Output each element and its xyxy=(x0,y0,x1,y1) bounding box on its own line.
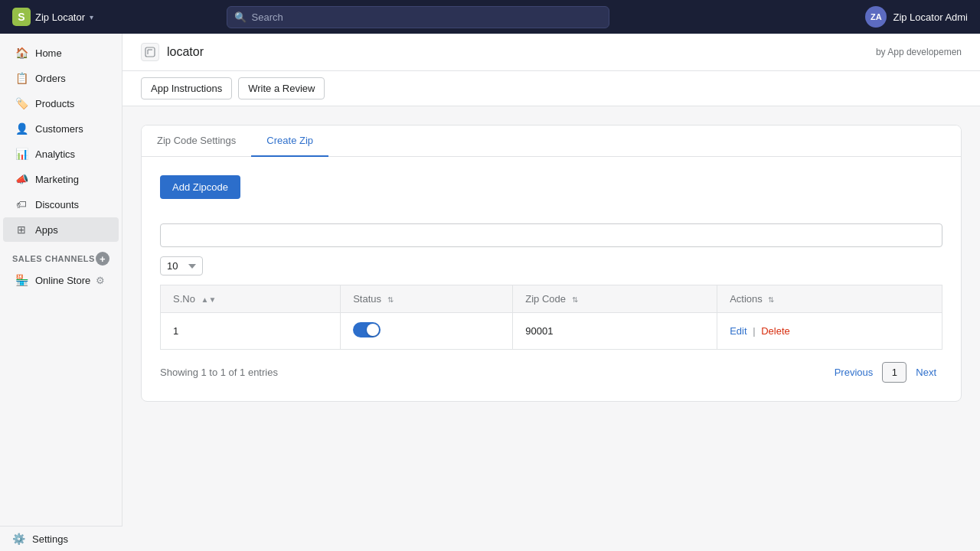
sort-icon-actions: ⇅ xyxy=(768,295,774,304)
action-separator: | xyxy=(753,325,758,337)
zip-table: S.No ▲▼ Status ⇅ Zip Code ⇅ xyxy=(160,285,942,350)
online-store-left: 🏪 Online Store xyxy=(15,274,90,286)
next-button[interactable]: Next xyxy=(910,363,942,382)
sidebar-label-analytics: Analytics xyxy=(35,148,75,160)
apps-icon: ⊞ xyxy=(15,223,28,236)
customers-icon: 👤 xyxy=(15,122,28,135)
sales-channels-label: SALES CHANNELS xyxy=(12,254,95,263)
create-zip-content: Add Zipcode 🔍 10 25 50 100 xyxy=(142,157,961,401)
table-search-wrapper: 🔍 xyxy=(160,211,942,247)
app-logo[interactable]: S Zip Locator ▾ xyxy=(12,8,93,26)
table-row: 1 90001 Edit | Delete xyxy=(161,313,942,350)
products-icon: 🏷️ xyxy=(15,97,28,109)
add-sales-channel-button[interactable]: + xyxy=(96,252,109,266)
entries-row: 10 25 50 100 xyxy=(160,256,942,276)
global-search: 🔍 xyxy=(227,6,609,28)
sales-channels-section: SALES CHANNELS + xyxy=(0,243,122,269)
sidebar-item-online-store[interactable]: 🏪 Online Store ⚙ xyxy=(3,269,119,291)
discounts-icon: 🏷 xyxy=(15,198,28,210)
sidebar-item-home[interactable]: 🏠 Home xyxy=(3,41,119,65)
main-content: locator by App developemen App Instructi… xyxy=(122,34,980,551)
app-instructions-button[interactable]: App Instructions xyxy=(141,77,232,99)
tabs-header: Zip Code Settings Create Zip xyxy=(142,126,961,157)
orders-icon: 📋 xyxy=(15,72,28,84)
col-status-label: Status xyxy=(353,293,381,305)
app-action-buttons: App Instructions Write a Review xyxy=(122,71,980,106)
add-zipcode-button[interactable]: Add Zipcode xyxy=(160,175,240,199)
col-sno-label: S.No xyxy=(173,293,195,305)
app-header-icon xyxy=(141,43,159,61)
page-1-button[interactable]: 1 xyxy=(882,362,906,383)
app-name: Zip Locator xyxy=(35,11,85,23)
sidebar-label-home: Home xyxy=(35,47,62,59)
sidebar-label-settings: Settings xyxy=(32,533,68,545)
cell-zipcode: 90001 xyxy=(513,313,717,350)
tab-zip-code-settings[interactable]: Zip Code Settings xyxy=(142,126,251,157)
sidebar-label-orders: Orders xyxy=(35,73,66,84)
app-body: Zip Code Settings Create Zip Add Zipcode… xyxy=(122,106,980,420)
avatar[interactable]: ZA xyxy=(865,6,887,28)
analytics-icon: 📊 xyxy=(15,148,28,160)
sort-icon-status: ⇅ xyxy=(387,295,394,304)
chevron-down-icon: ▾ xyxy=(90,13,93,21)
sidebar-item-apps[interactable]: ⊞ Apps xyxy=(3,217,119,242)
home-icon: 🏠 xyxy=(15,47,28,59)
sidebar-item-marketing[interactable]: 📣 Marketing xyxy=(3,167,119,191)
sidebar-item-settings[interactable]: ⚙️ Settings xyxy=(0,527,122,551)
gear-icon[interactable]: ⚙ xyxy=(96,275,106,285)
sidebar-label-customers: Customers xyxy=(35,123,83,135)
entries-select[interactable]: 10 25 50 100 xyxy=(160,256,203,276)
sidebar-item-products[interactable]: 🏷️ Products xyxy=(3,91,119,116)
cell-actions: Edit | Delete xyxy=(717,313,942,350)
app-title: locator xyxy=(167,45,204,59)
cell-sno: 1 xyxy=(161,313,341,350)
status-toggle[interactable] xyxy=(353,322,381,337)
username-label: Zip Locator Admi xyxy=(893,11,968,23)
cell-status xyxy=(341,313,513,350)
pagination-buttons: Previous 1 Next xyxy=(828,362,942,383)
app-header: locator by App developemen xyxy=(122,34,980,71)
sidebar-item-analytics[interactable]: 📊 Analytics xyxy=(3,142,119,166)
search-icon: 🔍 xyxy=(234,11,247,23)
col-zipcode-label: Zip Code xyxy=(525,293,566,305)
marketing-icon: 📣 xyxy=(15,173,28,185)
user-menu: ZA Zip Locator Admi xyxy=(865,6,968,28)
svg-rect-0 xyxy=(145,47,155,57)
sidebar-item-discounts[interactable]: 🏷 Discounts xyxy=(3,192,119,217)
online-store-icon: 🏪 xyxy=(15,274,28,286)
sort-icon-zipcode: ⇅ xyxy=(572,295,578,304)
edit-link[interactable]: Edit xyxy=(730,325,746,337)
sidebar-item-orders[interactable]: 📋 Orders xyxy=(3,66,119,90)
app-header-left: locator xyxy=(141,43,204,61)
sidebar-label-apps: Apps xyxy=(35,224,58,236)
col-header-zipcode[interactable]: Zip Code ⇅ xyxy=(513,285,717,313)
sort-icon-sno: ▲▼ xyxy=(201,295,217,304)
showing-entries: Showing 1 to 1 of 1 entries xyxy=(160,367,278,378)
sidebar-label-discounts: Discounts xyxy=(35,199,79,210)
settings-icon: ⚙️ xyxy=(12,533,24,545)
tabs-container: Zip Code Settings Create Zip Add Zipcode… xyxy=(141,125,962,402)
delete-link[interactable]: Delete xyxy=(761,325,790,337)
col-header-sno[interactable]: S.No ▲▼ xyxy=(161,285,341,313)
locator-icon xyxy=(145,47,155,57)
previous-button[interactable]: Previous xyxy=(828,363,880,382)
sidebar-label-products: Products xyxy=(35,98,74,109)
table-search-input[interactable] xyxy=(160,223,942,247)
pagination-row: Showing 1 to 1 of 1 entries Previous 1 N… xyxy=(160,362,942,383)
shopify-icon: S xyxy=(12,8,31,26)
top-navigation: S Zip Locator ▾ 🔍 ZA Zip Locator Admi xyxy=(0,0,980,34)
sidebar: 🏠 Home 📋 Orders 🏷️ Products 👤 Customers … xyxy=(0,34,122,551)
sidebar-label-marketing: Marketing xyxy=(35,174,79,185)
tab-create-zip[interactable]: Create Zip xyxy=(251,126,328,157)
col-header-actions[interactable]: Actions ⇅ xyxy=(717,285,942,313)
col-header-status[interactable]: Status ⇅ xyxy=(341,285,513,313)
sidebar-label-online-store: Online Store xyxy=(35,275,90,286)
app-byline: by App developemen xyxy=(876,47,962,57)
col-actions-label: Actions xyxy=(730,293,763,305)
write-review-button[interactable]: Write a Review xyxy=(238,77,325,99)
search-input[interactable] xyxy=(227,6,609,28)
sidebar-item-customers[interactable]: 👤 Customers xyxy=(3,116,119,141)
